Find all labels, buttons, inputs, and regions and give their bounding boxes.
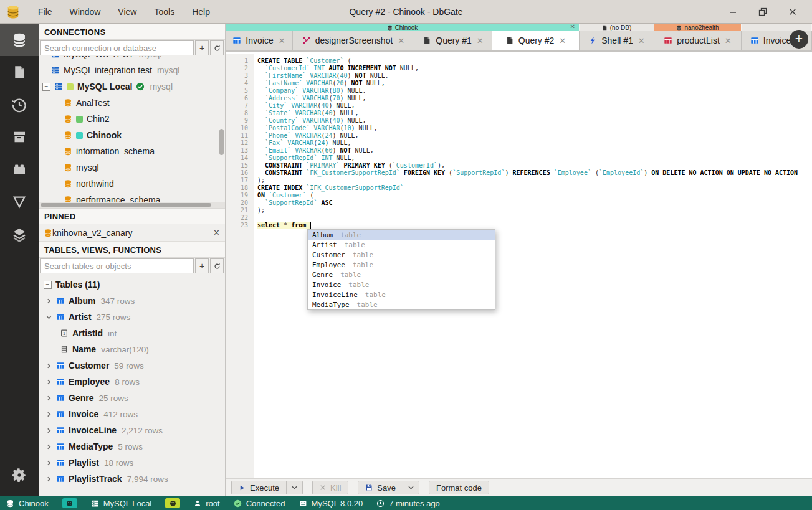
- table-item-artist[interactable]: Artist275 rows: [39, 309, 225, 325]
- menu-bar: FileWindowViewToolsHelp: [32, 4, 216, 19]
- connections-vertical-scrollbar[interactable]: [219, 129, 224, 155]
- refresh-tables-button[interactable]: [210, 258, 224, 273]
- chevron-right-icon[interactable]: [45, 476, 52, 482]
- tab-group-header-row: Chinook✕(no DB)nano2health: [226, 24, 812, 31]
- statusbar-user: root: [194, 499, 219, 508]
- table-item-album[interactable]: Album347 rows: [39, 293, 225, 309]
- chevron-right-icon[interactable]: [45, 428, 52, 433]
- table-item-invoice[interactable]: Invoice412 rows: [39, 406, 225, 422]
- tab-query-1[interactable]: Query #1✕: [414, 31, 492, 50]
- format-code-button[interactable]: Format code: [429, 481, 489, 494]
- column-item-name[interactable]: Namevarchar(120): [39, 341, 225, 357]
- connection-item-northwind[interactable]: northwind: [39, 176, 225, 192]
- close-tab-icon[interactable]: ✕: [559, 36, 566, 45]
- table-item-mediatype[interactable]: MediaType5 rows: [39, 438, 225, 455]
- tables-search-input[interactable]: [40, 258, 194, 273]
- chevron-down-icon[interactable]: [45, 314, 52, 320]
- connection-item-chinook[interactable]: Chinook: [39, 127, 225, 143]
- chevron-right-icon[interactable]: [45, 460, 52, 466]
- new-tab-button[interactable]: +: [790, 30, 808, 49]
- menu-window[interactable]: Window: [64, 4, 107, 19]
- connection-item-analtest[interactable]: AnalTest: [39, 95, 225, 111]
- menu-file[interactable]: File: [32, 4, 59, 19]
- table-item-playlist[interactable]: Playlist18 rows: [39, 455, 225, 471]
- table-item-genre[interactable]: Genre25 rows: [39, 390, 225, 406]
- table-row-count: 412 rows: [103, 410, 138, 419]
- autocomplete-item-customer[interactable]: Customertable: [308, 250, 495, 260]
- autocomplete-item-employee[interactable]: Employeetable: [308, 260, 495, 270]
- connection-search-input[interactable]: [40, 40, 194, 55]
- chevron-right-icon[interactable]: [45, 379, 52, 385]
- chevron-right-icon[interactable]: [45, 395, 52, 401]
- activitybar-archive[interactable]: [0, 121, 39, 153]
- autocomplete-item-invoice[interactable]: Invoicetable: [308, 280, 495, 290]
- tab-invoice[interactable]: Invoice✕: [226, 31, 293, 50]
- menu-tools[interactable]: Tools: [148, 4, 181, 19]
- unpin-icon[interactable]: ✕: [213, 228, 220, 237]
- execute-button[interactable]: Execute: [231, 481, 286, 494]
- autocomplete-kind: table: [348, 281, 369, 289]
- close-tab-icon[interactable]: ✕: [725, 36, 732, 45]
- table-item-employee[interactable]: Employee8 rows: [39, 374, 225, 390]
- close-tab-icon[interactable]: ✕: [638, 36, 645, 45]
- activitybar-settings[interactable]: [0, 459, 39, 491]
- autocomplete-item-album[interactable]: Albumtable: [308, 230, 495, 240]
- code-line: `State` VARCHAR(40) NULL,: [257, 110, 812, 117]
- close-tab-icon[interactable]: ✕: [477, 36, 484, 45]
- table-item-playlisttrack[interactable]: PlaylistTrack7,994 rows: [39, 471, 225, 487]
- add-connection-button[interactable]: +: [195, 40, 209, 55]
- pinned-item-knihovna_v2_canary[interactable]: knihovna_v2_canary✕: [39, 224, 225, 242]
- activitybar-filters[interactable]: [0, 186, 39, 218]
- dbgate-app-icon: [6, 4, 21, 20]
- save-options-button[interactable]: [403, 481, 419, 494]
- tab-query-2[interactable]: Query #2✕: [492, 31, 580, 50]
- restore-button[interactable]: [757, 6, 768, 17]
- autocomplete-item-invoiceline[interactable]: InvoiceLinetable: [308, 290, 495, 300]
- connections-horizontal-scrollbar[interactable]: [39, 202, 225, 208]
- minimize-button[interactable]: [727, 6, 738, 17]
- close-group-icon[interactable]: ✕: [570, 23, 575, 30]
- chevron-right-icon[interactable]: [45, 444, 52, 450]
- save-button[interactable]: Save: [358, 481, 403, 494]
- connection-item-chin2[interactable]: Chin2: [39, 111, 225, 127]
- menu-help[interactable]: Help: [186, 4, 216, 19]
- server-icon: [51, 56, 60, 59]
- chevron-right-icon[interactable]: [45, 412, 52, 417]
- close-tab-icon[interactable]: ✕: [398, 36, 404, 45]
- table-item-customer[interactable]: Customer59 rows: [39, 357, 225, 374]
- expander-minus-icon[interactable]: −: [44, 281, 52, 289]
- tab-group-label: nano2health: [684, 24, 719, 31]
- activitybar-layers[interactable]: [0, 218, 39, 250]
- activitybar-connections[interactable]: [0, 24, 39, 56]
- expander-minus-icon[interactable]: −: [42, 83, 50, 91]
- database-color-badge: [62, 498, 77, 508]
- autocomplete-item-artist[interactable]: Artisttable: [308, 240, 495, 250]
- kill-button[interactable]: Kill: [312, 481, 348, 494]
- tab-designerscreenshot[interactable]: designerScreenshot✕: [293, 31, 414, 50]
- menu-view[interactable]: View: [112, 4, 143, 19]
- activitybar-plugins[interactable]: [0, 153, 39, 186]
- connection-item-mysql[interactable]: mysql: [39, 159, 225, 176]
- column-item-artistid[interactable]: 1ArtistIdint: [39, 325, 225, 341]
- connection-item-mysql-integration-test[interactable]: MySQL integration testmysql: [39, 62, 225, 78]
- execute-options-button[interactable]: [286, 481, 303, 494]
- autocomplete-item-genre[interactable]: Genretable: [308, 270, 495, 280]
- tab-shell-1[interactable]: Shell #1✕: [580, 31, 654, 50]
- tables-group-row[interactable]: −Tables (11): [39, 276, 225, 293]
- activitybar-history[interactable]: [0, 88, 39, 121]
- close-window-button[interactable]: [787, 6, 798, 17]
- tab-productlist[interactable]: productList✕: [654, 31, 742, 50]
- table-row-count: 2,212 rows: [122, 426, 163, 435]
- connection-item-mysql-wd-test[interactable]: MySQL WD TESTmysql: [39, 56, 225, 62]
- close-tab-icon[interactable]: ✕: [279, 36, 285, 45]
- autocomplete-item-mediatype[interactable]: MediaTypetable: [308, 300, 495, 309]
- connection-item-mysql-local[interactable]: −MySQL Localmysql: [39, 78, 225, 95]
- connection-item-information-schema[interactable]: information_schema: [39, 143, 225, 159]
- add-table-button[interactable]: +: [195, 258, 209, 273]
- refresh-connections-button[interactable]: [210, 40, 224, 55]
- tab-bar: Invoice✕designerScreenshot✕Query #1✕Quer…: [226, 31, 812, 52]
- table-item-invoiceline[interactable]: InvoiceLine2,212 rows: [39, 422, 225, 438]
- activitybar-files[interactable]: [0, 56, 39, 88]
- chevron-right-icon[interactable]: [45, 298, 52, 304]
- chevron-right-icon[interactable]: [45, 363, 52, 369]
